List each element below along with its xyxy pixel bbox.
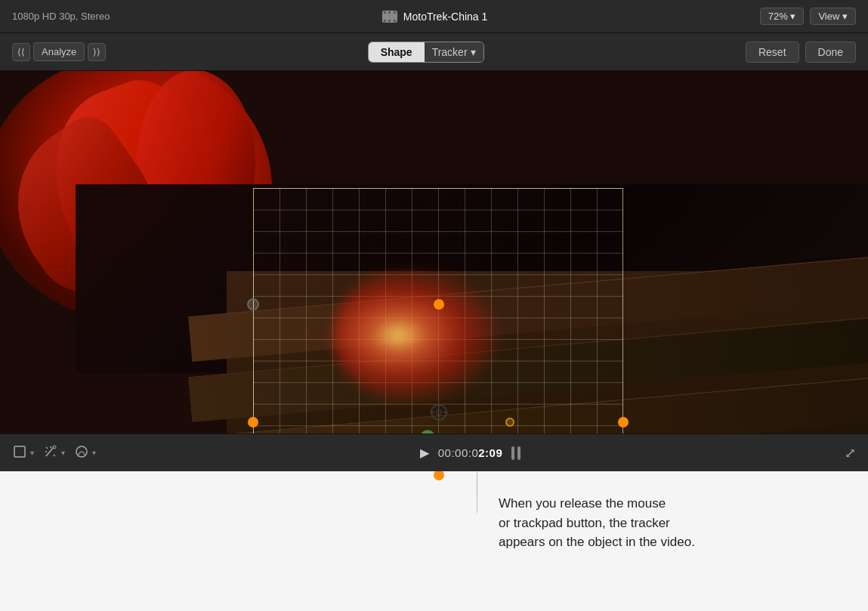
- svg-rect-3: [394, 11, 396, 14]
- timecode-current: 2:09: [478, 446, 502, 459]
- annotation-text: When you release the mouse or trackpad b…: [499, 486, 695, 552]
- annotation-area: When you release the mouse or trackpad b…: [0, 471, 868, 611]
- tracker-tab[interactable]: Tracker ▾: [425, 42, 483, 62]
- pause-bar-1: [511, 446, 514, 460]
- playback-bar: ▾ ▾ ▾ ▶ 00:00:02:09 ⤢: [0, 434, 868, 471]
- zoom-button[interactable]: 72% ▾: [760, 8, 805, 25]
- video-title: MotoTrek-China 1: [403, 11, 488, 23]
- view-button[interactable]: View ▾: [810, 8, 856, 25]
- svg-point-16: [45, 451, 47, 452]
- crosshair[interactable]: [428, 402, 449, 426]
- film-icon: [382, 11, 397, 23]
- handle-left-middle[interactable]: [248, 417, 258, 427]
- svg-rect-5: [388, 20, 391, 22]
- svg-point-17: [50, 446, 51, 448]
- quality-label: 1080p HD 30p, Stereo: [12, 11, 110, 22]
- timecode-display: 00:00:02:09: [438, 446, 503, 459]
- viewer-toolbar: ⟨⟨ Analyze ⟩⟩ Shape Tracker ▾ Reset Done: [0, 33, 868, 71]
- crop-icon: [12, 444, 27, 462]
- tracker-vertical-line: [477, 475, 477, 498]
- skip-forward-button[interactable]: ⟩⟩: [88, 43, 106, 61]
- top-bar: 1080p HD 30p, Stereo MotoTrek-China 1 72…: [0, 0, 868, 33]
- svg-rect-6: [394, 20, 396, 22]
- pause-button[interactable]: [511, 446, 520, 460]
- play-button[interactable]: ▶: [420, 446, 429, 460]
- crop-chevron: ▾: [30, 449, 34, 457]
- crop-tool[interactable]: ▾: [12, 444, 34, 462]
- meter-tool[interactable]: ▾: [74, 444, 96, 462]
- magic-tool[interactable]: ▾: [43, 444, 65, 462]
- analyze-button[interactable]: Analyze: [33, 42, 85, 61]
- done-button[interactable]: Done: [805, 42, 856, 63]
- svg-rect-14: [14, 446, 25, 457]
- shape-tracker-tabs: Shape Tracker ▾: [368, 42, 484, 63]
- timecode-prefix: 00:00:0: [438, 446, 479, 459]
- view-controls: 72% ▾ View ▾: [760, 8, 856, 25]
- handle-bottom-center[interactable]: [434, 470, 444, 480]
- svg-rect-1: [384, 11, 386, 14]
- handle-right-middle[interactable]: [618, 417, 629, 427]
- svg-point-9: [437, 410, 441, 415]
- magic-icon: [43, 444, 58, 462]
- meter-icon: [74, 444, 89, 462]
- svg-rect-2: [388, 11, 391, 14]
- svg-rect-4: [384, 20, 386, 22]
- reset-button[interactable]: Reset: [746, 42, 799, 63]
- shape-tab[interactable]: Shape: [369, 42, 425, 62]
- attach-point[interactable]: [505, 418, 514, 427]
- title-group: MotoTrek-China 1: [382, 11, 488, 23]
- magic-chevron: ▾: [61, 449, 65, 457]
- action-buttons: Reset Done: [746, 42, 856, 63]
- meter-chevron: ▾: [92, 449, 96, 457]
- fullscreen-button[interactable]: ⤢: [845, 445, 856, 461]
- handle-top-center[interactable]: [434, 299, 444, 310]
- analyze-group: ⟨⟨ Analyze ⟩⟩: [12, 42, 106, 61]
- handle-top-left[interactable]: [247, 298, 259, 310]
- skip-back-button[interactable]: ⟨⟨: [12, 43, 30, 61]
- pause-bar-2: [517, 446, 520, 460]
- tracker-glow: [332, 267, 499, 403]
